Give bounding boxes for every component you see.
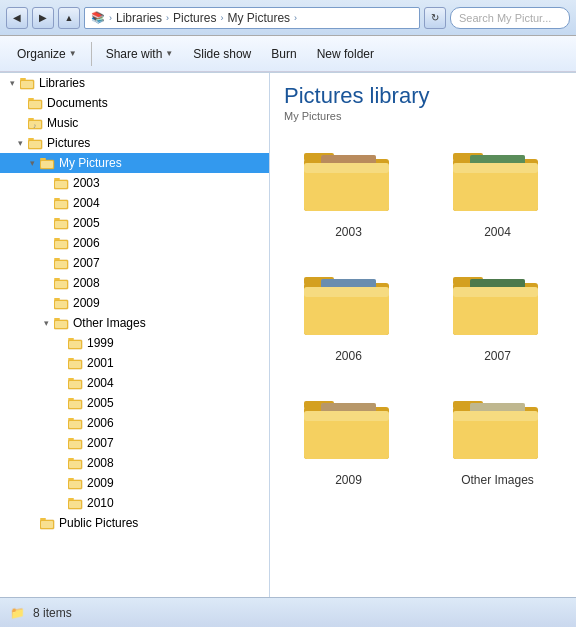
- sidebar-item-y2008[interactable]: 2008: [0, 273, 269, 293]
- sidebar-label-y2006: 2006: [73, 236, 100, 250]
- folder-name-f2009: 2009: [335, 473, 362, 487]
- expand-icon-oi2005[interactable]: [54, 397, 66, 409]
- expand-icon-oi1999[interactable]: [54, 337, 66, 349]
- address-bar: ◀ ▶ ▲ 📚 › Libraries › Pictures › My Pict…: [0, 0, 576, 36]
- sidebar-item-y2009[interactable]: 2009: [0, 293, 269, 313]
- back-button[interactable]: ◀: [6, 7, 28, 29]
- expand-icon-music[interactable]: [14, 117, 26, 129]
- sidebar-label-pictures: Pictures: [47, 136, 90, 150]
- sidebar-label-otherimages: Other Images: [73, 316, 146, 330]
- sidebar-item-pictures[interactable]: ▾Pictures: [0, 133, 269, 153]
- sidebar-item-oi2008[interactable]: 2008: [0, 453, 269, 473]
- folder-icon-y2006: [54, 235, 70, 251]
- burn-button[interactable]: Burn: [262, 43, 305, 65]
- refresh-button[interactable]: ↻: [424, 7, 446, 29]
- folder-name-f2006: 2006: [335, 349, 362, 363]
- path-libraries: Libraries: [116, 11, 162, 25]
- slideshow-button[interactable]: Slide show: [184, 43, 260, 65]
- sidebar-label-y2004: 2004: [73, 196, 100, 210]
- sidebar-item-oi2007[interactable]: 2007: [0, 433, 269, 453]
- svg-rect-105: [453, 411, 538, 421]
- sidebar-item-oi2009[interactable]: 2009: [0, 473, 269, 493]
- folder-name-f2007: 2007: [484, 349, 511, 363]
- svg-rect-59: [68, 458, 74, 460]
- sidebar-item-y2006[interactable]: 2006: [0, 233, 269, 253]
- expand-icon-mypictures[interactable]: ▾: [26, 157, 38, 169]
- expand-icon-y2009[interactable]: [40, 297, 52, 309]
- sidebar-item-music[interactable]: ♪Music: [0, 113, 269, 133]
- sidebar-item-otherimages[interactable]: ▾Other Images: [0, 313, 269, 333]
- expand-icon-y2007[interactable]: [40, 257, 52, 269]
- expand-icon-y2005[interactable]: [40, 217, 52, 229]
- sidebar-item-oi2006[interactable]: 2006: [0, 413, 269, 433]
- expand-icon-oi2001[interactable]: [54, 357, 66, 369]
- folder-name-fother: Other Images: [461, 473, 534, 487]
- content-title: Pictures library: [284, 83, 429, 109]
- sidebar-item-oi1999[interactable]: 1999: [0, 333, 269, 353]
- sidebar-item-y2005[interactable]: 2005: [0, 213, 269, 233]
- sidebar-item-mypictures[interactable]: ▾My Pictures: [0, 153, 269, 173]
- svg-rect-51: [69, 401, 81, 408]
- folder-icon-oi2009: [68, 475, 84, 491]
- main-area: ▾LibrariesDocuments♪Music▾Pictures▾My Pi…: [0, 72, 576, 597]
- expand-icon-y2008[interactable]: [40, 277, 52, 289]
- expand-icon-oi2004[interactable]: [54, 377, 66, 389]
- search-box[interactable]: Search My Pictur...: [450, 7, 570, 29]
- folder-item-f2006[interactable]: 2006: [284, 258, 413, 370]
- toolbar: Organize ▼ Share with ▼ Slide show Burn …: [0, 36, 576, 72]
- expand-icon-oi2009[interactable]: [54, 477, 66, 489]
- organize-button[interactable]: Organize ▼: [8, 43, 86, 65]
- folder-icon-otherimages: [54, 315, 70, 331]
- expand-icon-documents[interactable]: [14, 97, 26, 109]
- svg-rect-50: [68, 398, 74, 400]
- folder-item-f2007[interactable]: 2007: [433, 258, 562, 370]
- svg-rect-23: [54, 218, 60, 220]
- svg-rect-48: [69, 381, 81, 388]
- folder-item-f2009[interactable]: 2009: [284, 382, 413, 494]
- expand-icon-oi2008[interactable]: [54, 457, 66, 469]
- sidebar-item-y2003[interactable]: 2003: [0, 173, 269, 193]
- sidebar-item-publicpictures[interactable]: Public Pictures: [0, 513, 269, 533]
- folder-item-fother[interactable]: Other Images: [433, 382, 562, 494]
- content-header: Pictures library My Pictures: [284, 83, 562, 122]
- expand-icon-y2006[interactable]: [40, 237, 52, 249]
- sidebar-item-oi2001[interactable]: 2001: [0, 353, 269, 373]
- expand-icon-oi2007[interactable]: [54, 437, 66, 449]
- new-folder-button[interactable]: New folder: [308, 43, 383, 65]
- expand-icon-oi2006[interactable]: [54, 417, 66, 429]
- folder-item-f2004[interactable]: 2004: [433, 134, 562, 246]
- folder-icon-oi2010: [68, 495, 84, 511]
- expand-icon-publicpictures[interactable]: [26, 517, 38, 529]
- expand-icon-y2004[interactable]: [40, 197, 52, 209]
- up-button[interactable]: ▲: [58, 7, 80, 29]
- sidebar-item-oi2010[interactable]: 2010: [0, 493, 269, 513]
- sidebar-label-oi2005: 2005: [87, 396, 114, 410]
- expand-icon-otherimages[interactable]: ▾: [40, 317, 52, 329]
- expand-icon-y2003[interactable]: [40, 177, 52, 189]
- sidebar-item-oi2004[interactable]: 2004: [0, 373, 269, 393]
- address-path[interactable]: 📚 › Libraries › Pictures › My Pictures ›: [84, 7, 420, 29]
- slideshow-label: Slide show: [193, 47, 251, 61]
- sidebar-item-documents[interactable]: Documents: [0, 93, 269, 113]
- svg-rect-30: [55, 261, 67, 268]
- folder-icon-oi2001: [68, 355, 84, 371]
- sidebar-label-documents: Documents: [47, 96, 108, 110]
- sidebar-item-y2004[interactable]: 2004: [0, 193, 269, 213]
- folder-icon-y2007: [54, 255, 70, 271]
- sidebar-item-y2007[interactable]: 2007: [0, 253, 269, 273]
- new-folder-label: New folder: [317, 47, 374, 61]
- folder-item-f2003[interactable]: 2003: [284, 134, 413, 246]
- sidebar-item-libraries[interactable]: ▾Libraries: [0, 73, 269, 93]
- expand-icon-pictures[interactable]: ▾: [14, 137, 26, 149]
- toolbar-divider-1: [91, 42, 92, 66]
- svg-rect-93: [453, 287, 538, 297]
- forward-button[interactable]: ▶: [32, 7, 54, 29]
- svg-rect-42: [69, 341, 81, 348]
- sidebar: ▾LibrariesDocuments♪Music▾Pictures▾My Pi…: [0, 73, 270, 597]
- folder-icon-oi1999: [68, 335, 84, 351]
- sidebar-item-oi2005[interactable]: 2005: [0, 393, 269, 413]
- svg-rect-99: [304, 411, 389, 421]
- expand-icon-libraries[interactable]: ▾: [6, 77, 18, 89]
- expand-icon-oi2010[interactable]: [54, 497, 66, 509]
- share-with-button[interactable]: Share with ▼: [97, 43, 183, 65]
